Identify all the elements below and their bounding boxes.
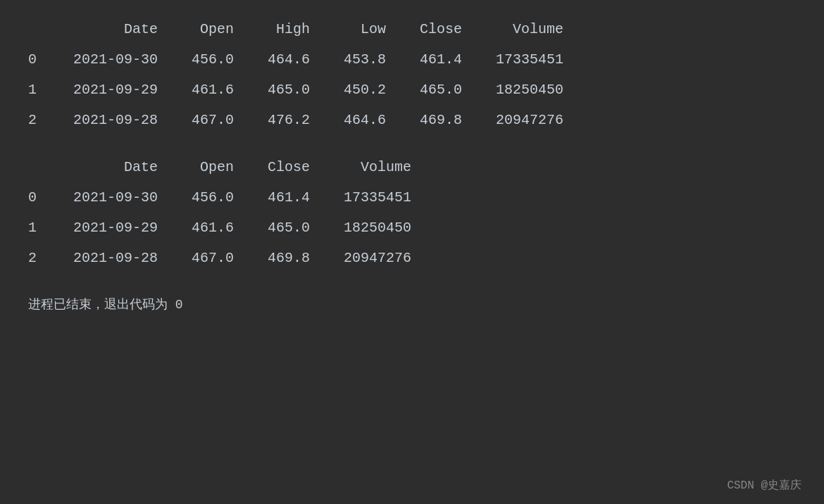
table-row: 02021-09-30456.0464.6453.8461.417335451 — [28, 44, 580, 75]
cell-1-2: 461.6 — [175, 75, 251, 105]
column-header-0 — [28, 14, 56, 44]
cell-1-0: 1 — [28, 75, 56, 105]
cell-1-6: 18250450 — [479, 75, 580, 105]
column-header-3: High — [251, 14, 327, 44]
cell-2-3: 476.2 — [251, 105, 327, 135]
cell-0-3: 461.4 — [251, 182, 327, 213]
cell-1-1: 2021-09-29 — [56, 75, 175, 105]
cell-1-0: 1 — [28, 213, 56, 243]
table-row: 02021-09-30456.0461.417335451 — [28, 182, 428, 213]
cell-2-4: 464.6 — [327, 105, 403, 135]
cell-0-1: 2021-09-30 — [56, 44, 175, 75]
cell-0-2: 456.0 — [175, 44, 251, 75]
column-header-2: Open — [175, 152, 251, 182]
cell-2-0: 2 — [28, 243, 56, 273]
column-header-5: Close — [403, 14, 479, 44]
cell-1-3: 465.0 — [251, 75, 327, 105]
column-header-1: Date — [56, 14, 175, 44]
table-row: 12021-09-29461.6465.018250450 — [28, 213, 428, 243]
cell-0-5: 461.4 — [403, 44, 479, 75]
column-header-4: Low — [327, 14, 403, 44]
table1: DateOpenHighLowCloseVolume 02021-09-3045… — [28, 14, 580, 135]
cell-2-4: 20947276 — [327, 243, 428, 273]
footer-text: 进程已结束，退出代码为 0 — [28, 296, 796, 313]
cell-2-5: 469.8 — [403, 105, 479, 135]
cell-0-6: 17335451 — [479, 44, 580, 75]
column-header-0 — [28, 152, 56, 182]
cell-1-3: 465.0 — [251, 213, 327, 243]
cell-2-3: 469.8 — [251, 243, 327, 273]
cell-2-2: 467.0 — [175, 243, 251, 273]
column-header-1: Date — [56, 152, 175, 182]
cell-1-5: 465.0 — [403, 75, 479, 105]
cell-2-2: 467.0 — [175, 105, 251, 135]
table-row: 22021-09-28467.0469.820947276 — [28, 243, 428, 273]
cell-1-1: 2021-09-29 — [56, 213, 175, 243]
cell-2-6: 20947276 — [479, 105, 580, 135]
cell-0-1: 2021-09-30 — [56, 182, 175, 213]
column-header-4: Volume — [327, 152, 428, 182]
table-row: 22021-09-28467.0476.2464.6469.820947276 — [28, 105, 580, 135]
cell-0-2: 456.0 — [175, 182, 251, 213]
watermark: CSDN @史嘉庆 — [727, 478, 801, 493]
cell-0-4: 17335451 — [327, 182, 428, 213]
table-row: 12021-09-29461.6465.0450.2465.018250450 — [28, 75, 580, 105]
cell-1-2: 461.6 — [175, 213, 251, 243]
cell-0-0: 0 — [28, 182, 56, 213]
column-header-6: Volume — [479, 14, 580, 44]
cell-2-1: 2021-09-28 — [56, 105, 175, 135]
cell-0-3: 464.6 — [251, 44, 327, 75]
column-header-3: Close — [251, 152, 327, 182]
cell-2-0: 2 — [28, 105, 56, 135]
cell-2-1: 2021-09-28 — [56, 243, 175, 273]
column-header-2: Open — [175, 14, 251, 44]
cell-0-4: 453.8 — [327, 44, 403, 75]
table2: DateOpenCloseVolume 02021-09-30456.0461.… — [28, 152, 428, 273]
cell-1-4: 18250450 — [327, 213, 428, 243]
cell-1-4: 450.2 — [327, 75, 403, 105]
cell-0-0: 0 — [28, 44, 56, 75]
